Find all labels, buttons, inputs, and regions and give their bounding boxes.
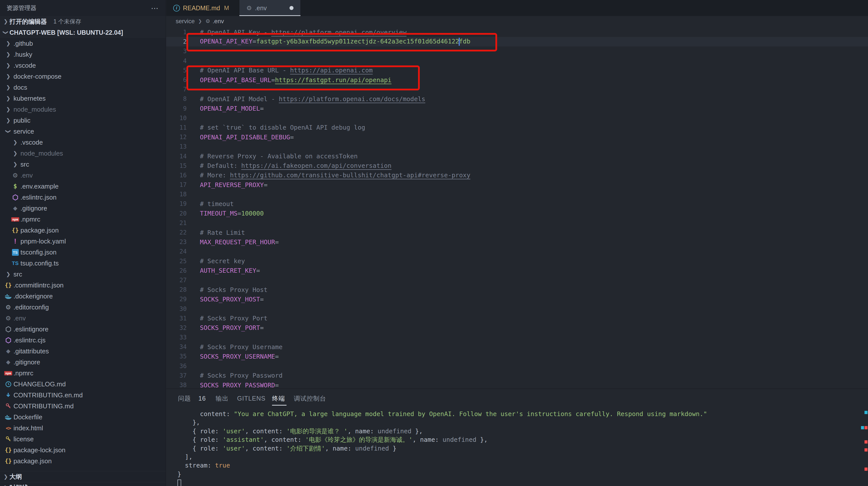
terminal-output[interactable]: content: "You are ChatGPT, a large langu… xyxy=(178,410,861,486)
line-number: 27 xyxy=(166,277,187,284)
tab-env[interactable]: ⚙ .env xyxy=(239,0,301,16)
json-icon: {} xyxy=(10,227,21,233)
outline-section[interactable]: ❯ 大纲 xyxy=(0,471,166,482)
folder-.github[interactable]: ❯.github xyxy=(0,38,166,49)
folder-docs[interactable]: ❯docs xyxy=(0,82,166,93)
json-icon: {} xyxy=(3,282,13,288)
file-.eslintignore[interactable]: .eslintignore xyxy=(0,324,166,335)
tree-item-label: node_modules xyxy=(21,150,63,158)
panel-tab-terminal[interactable]: 终端 xyxy=(272,393,285,403)
html-icon: <> xyxy=(3,425,13,431)
file-.editorconfig[interactable]: ⚙.editorconfig xyxy=(0,302,166,313)
tree-item-label: docker-compose xyxy=(13,73,61,80)
tree-item-label: .eslintrc.json xyxy=(21,194,57,201)
file-.eslintrc.cjs[interactable]: .eslintrc.cjs xyxy=(0,335,166,346)
arrowdown-icon xyxy=(3,392,13,398)
code-line-5: 5# OpenAI API Base URL - https://api.ope… xyxy=(166,66,868,75)
overview-ruler-mark xyxy=(865,426,868,429)
line-number: 5 xyxy=(166,67,187,74)
file-.gitattributes[interactable]: ◆.gitattributes xyxy=(0,346,166,356)
panel-tab-debug-console[interactable]: 调试控制台 xyxy=(294,393,326,403)
tree-item-label: .env xyxy=(21,172,33,179)
chevron-down-icon: ❯ xyxy=(3,127,13,135)
file-tsup.config.ts[interactable]: TStsup.config.ts xyxy=(0,258,166,269)
file-package-lock.json[interactable]: {}package-lock.json xyxy=(0,445,166,456)
panel-tab-output[interactable]: 输出 xyxy=(216,393,228,403)
chevron-right-icon: ❯ xyxy=(3,95,13,102)
tab-readme-md[interactable]: i README.md M xyxy=(166,0,239,16)
folder-src[interactable]: ❯src xyxy=(0,269,166,280)
breadcrumb-folder[interactable]: service xyxy=(176,18,195,25)
chevron-right-icon: ❯ xyxy=(10,161,21,168)
tree-item-label: .husky xyxy=(13,51,32,58)
file-.env.example[interactable]: $.env.example xyxy=(0,181,166,192)
line-number: 7 xyxy=(166,86,187,93)
more-actions-icon[interactable]: ⋯ xyxy=(151,4,159,12)
line-number: 19 xyxy=(166,200,187,207)
file-.gitignore[interactable]: ◆.gitignore xyxy=(0,356,166,368)
panel-tab-label: 问题 xyxy=(178,394,191,403)
code-editor[interactable]: 1# OpenAI API Key - https://platform.ope… xyxy=(166,26,868,389)
folder-kubernetes[interactable]: ❯kubernetes xyxy=(0,93,166,104)
file-.env[interactable]: ⚙.env xyxy=(0,313,166,324)
folder-node_modules[interactable]: ❯node_modules xyxy=(0,148,166,159)
folder-node_modules[interactable]: ❯node_modules xyxy=(0,104,166,115)
line-number: 4 xyxy=(166,57,187,64)
tree-item-label: kubernetes xyxy=(13,95,46,103)
file-CONTRIBUTING.md[interactable]: CONTRIBUTING.md xyxy=(0,401,166,411)
line-number: 20 xyxy=(166,210,187,217)
code-line-15: 15# Default: https://ai.fakeopen.com/api… xyxy=(166,161,868,171)
json-icon: {} xyxy=(3,447,13,453)
tree-item-label: .npmrc xyxy=(13,369,33,377)
file-.eslintrc.json[interactable]: .eslintrc.json xyxy=(0,192,166,203)
file-.gitignore[interactable]: ◆.gitignore xyxy=(0,203,166,214)
unsaved-count-badge: 1 个未保存 xyxy=(54,18,81,26)
overview-ruler-mark xyxy=(865,467,868,471)
workspace-label: CHATGPT-WEB [WSL: UBUNTU-22.04] xyxy=(9,29,123,36)
file-.env[interactable]: ⚙.env xyxy=(0,170,166,181)
chevron-right-icon: ❯ xyxy=(3,51,13,58)
tree-item-label: public xyxy=(13,117,30,124)
breadcrumb-file[interactable]: .env xyxy=(213,18,224,25)
tab-env-label: .env xyxy=(255,4,267,12)
file-tsconfig.json[interactable]: TStsconfig.json xyxy=(0,247,166,258)
json-icon: {} xyxy=(3,458,13,464)
terminal-line-7: stream: true xyxy=(178,461,861,470)
tree-item-label: tsconfig.json xyxy=(21,249,57,256)
keyyellow-icon xyxy=(3,436,13,442)
panel-tab-gitlens[interactable]: GITLENS xyxy=(237,393,266,403)
file-package.json[interactable]: {}package.json xyxy=(0,456,166,466)
folder-service[interactable]: ❯service xyxy=(0,126,166,137)
file-CHANGELOG.md[interactable]: CHANGELOG.md xyxy=(0,379,166,390)
folder-.vscode[interactable]: ❯.vscode xyxy=(0,60,166,71)
tree-item-label: CONTRIBUTING.en.md xyxy=(13,391,83,399)
timeline-section[interactable]: ❯ 时间线 xyxy=(0,482,166,486)
folder-src[interactable]: ❯src xyxy=(0,159,166,170)
file-package.json[interactable]: {}package.json xyxy=(0,225,166,236)
file-.commitlintrc.json[interactable]: {}.commitlintrc.json xyxy=(0,280,166,291)
code-line-21: 21 xyxy=(166,218,868,228)
file-license[interactable]: license xyxy=(0,433,166,445)
folder-public[interactable]: ❯public xyxy=(0,115,166,126)
panel-tab-problems[interactable]: 问题16 xyxy=(178,393,206,403)
file-CONTRIBUTING.en.md[interactable]: CONTRIBUTING.en.md xyxy=(0,390,166,401)
file-pnpm-lock.yaml[interactable]: !pnpm-lock.yaml xyxy=(0,236,166,247)
tree-item-label: .dockerignore xyxy=(13,292,53,300)
file-.npmrc[interactable]: npm.npmrc xyxy=(0,368,166,379)
tree-item-label: tsup.config.ts xyxy=(21,259,59,267)
folder-.husky[interactable]: ❯.husky xyxy=(0,49,166,60)
workspace-section[interactable]: ❯ CHATGPT-WEB [WSL: UBUNTU-22.04] xyxy=(0,27,166,38)
file-.npmrc[interactable]: npm.npmrc xyxy=(0,214,166,225)
file-index.html[interactable]: <>index.html xyxy=(0,423,166,433)
folder-docker-compose[interactable]: ❯docker-compose xyxy=(0,71,166,82)
file-.dockerignore[interactable]: .dockerignore xyxy=(0,291,166,302)
chevron-right-icon: ❯ xyxy=(2,18,9,25)
gear-icon: ⚙ xyxy=(206,18,210,24)
tsbadge-icon: TS xyxy=(10,249,21,256)
terminal-line-6: ], xyxy=(178,453,861,461)
file-Dockerfile[interactable]: Dockerfile xyxy=(0,411,166,423)
unsaved-dot-icon[interactable] xyxy=(289,6,293,10)
tree-item-label: .eslintrc.cjs xyxy=(13,336,46,344)
folder-.vscode[interactable]: ❯.vscode xyxy=(0,137,166,148)
open-editors-section[interactable]: ❯ 打开的编辑器 1 个未保存 xyxy=(0,16,166,27)
